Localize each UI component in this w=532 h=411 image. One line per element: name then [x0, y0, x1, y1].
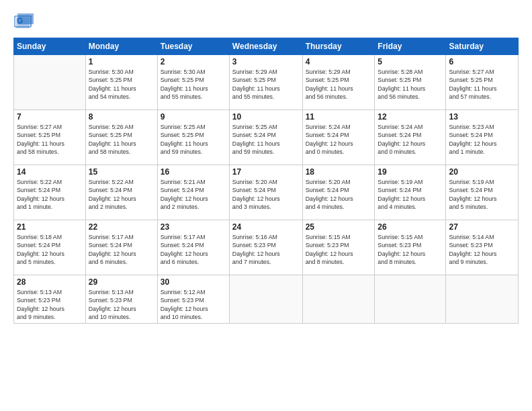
day-info: Sunrise: 5:15 AMSunset: 5:23 PMDaylight:… [378, 233, 443, 266]
weekday-header: Friday [375, 38, 446, 55]
day-number: 11 [306, 112, 372, 122]
calendar-day-cell: 3Sunrise: 5:29 AMSunset: 5:25 PMDaylight… [229, 55, 302, 110]
day-number: 24 [232, 222, 300, 232]
calendar-day-cell: 13Sunrise: 5:23 AMSunset: 5:24 PMDayligh… [446, 110, 519, 165]
day-number: 21 [17, 222, 83, 232]
calendar-day-cell: 9Sunrise: 5:25 AMSunset: 5:25 PMDaylight… [157, 110, 229, 165]
calendar-day-cell: 4Sunrise: 5:29 AMSunset: 5:25 PMDaylight… [302, 55, 375, 110]
day-number: 8 [89, 112, 154, 122]
calendar-day-cell [375, 275, 446, 324]
day-number: 23 [161, 222, 226, 232]
calendar-week-row: 28Sunrise: 5:13 AMSunset: 5:23 PMDayligh… [14, 275, 519, 324]
calendar-day-cell: 7Sunrise: 5:27 AMSunset: 5:25 PMDaylight… [14, 110, 86, 165]
day-number: 25 [306, 222, 372, 232]
day-info: Sunrise: 5:29 AMSunset: 5:25 PMDaylight:… [232, 68, 300, 101]
day-info: Sunrise: 5:25 AMSunset: 5:25 PMDaylight:… [161, 123, 226, 156]
weekday-header: Saturday [446, 38, 519, 55]
calendar-week-row: 7Sunrise: 5:27 AMSunset: 5:25 PMDaylight… [14, 110, 519, 165]
calendar-day-cell: 1Sunrise: 5:30 AMSunset: 5:25 PMDaylight… [85, 55, 157, 110]
day-info: Sunrise: 5:22 AMSunset: 5:24 PMDaylight:… [89, 178, 154, 211]
day-number: 2 [161, 57, 226, 66]
calendar-day-cell: 20Sunrise: 5:19 AMSunset: 5:24 PMDayligh… [446, 165, 519, 220]
calendar-day-cell: 11Sunrise: 5:24 AMSunset: 5:24 PMDayligh… [302, 110, 375, 165]
calendar-header-row: SundayMondayTuesdayWednesdayThursdayFrid… [14, 38, 519, 55]
day-info: Sunrise: 5:27 AMSunset: 5:25 PMDaylight:… [449, 68, 515, 101]
weekday-header: Tuesday [157, 38, 229, 55]
day-info: Sunrise: 5:15 AMSunset: 5:23 PMDaylight:… [306, 233, 372, 266]
day-number: 1 [89, 57, 154, 66]
day-number: 4 [306, 57, 372, 66]
day-info: Sunrise: 5:17 AMSunset: 5:24 PMDaylight:… [161, 233, 226, 266]
calendar-day-cell: 17Sunrise: 5:20 AMSunset: 5:24 PMDayligh… [229, 165, 302, 220]
calendar-day-cell: 27Sunrise: 5:14 AMSunset: 5:23 PMDayligh… [446, 220, 519, 275]
calendar-day-cell: 30Sunrise: 5:12 AMSunset: 5:23 PMDayligh… [157, 275, 229, 324]
calendar-day-cell: 24Sunrise: 5:16 AMSunset: 5:23 PMDayligh… [229, 220, 302, 275]
day-info: Sunrise: 5:13 AMSunset: 5:23 PMDaylight:… [17, 288, 83, 321]
day-info: Sunrise: 5:13 AMSunset: 5:23 PMDaylight:… [89, 288, 154, 321]
logo: G [13, 12, 38, 31]
calendar-day-cell: 25Sunrise: 5:15 AMSunset: 5:23 PMDayligh… [302, 220, 375, 275]
day-number: 26 [378, 222, 443, 232]
day-info: Sunrise: 5:30 AMSunset: 5:25 PMDaylight:… [89, 68, 154, 101]
day-info: Sunrise: 5:27 AMSunset: 5:25 PMDaylight:… [17, 123, 83, 156]
calendar-day-cell [302, 275, 375, 324]
day-number: 12 [378, 112, 443, 122]
weekday-header: Thursday [302, 38, 375, 55]
calendar-day-cell [14, 55, 86, 110]
calendar-day-cell: 5Sunrise: 5:28 AMSunset: 5:25 PMDaylight… [375, 55, 446, 110]
day-number: 5 [378, 57, 443, 66]
day-info: Sunrise: 5:28 AMSunset: 5:25 PMDaylight:… [378, 68, 443, 101]
day-number: 17 [232, 167, 300, 177]
calendar-table: SundayMondayTuesdayWednesdayThursdayFrid… [13, 38, 519, 324]
day-info: Sunrise: 5:14 AMSunset: 5:23 PMDaylight:… [449, 233, 515, 266]
calendar-day-cell: 2Sunrise: 5:30 AMSunset: 5:25 PMDaylight… [157, 55, 229, 110]
day-info: Sunrise: 5:24 AMSunset: 5:24 PMDaylight:… [378, 123, 443, 156]
day-info: Sunrise: 5:19 AMSunset: 5:24 PMDaylight:… [378, 178, 443, 211]
calendar-day-cell: 8Sunrise: 5:26 AMSunset: 5:25 PMDaylight… [85, 110, 157, 165]
day-number: 22 [89, 222, 154, 232]
calendar-day-cell: 18Sunrise: 5:20 AMSunset: 5:24 PMDayligh… [302, 165, 375, 220]
calendar-day-cell: 12Sunrise: 5:24 AMSunset: 5:24 PMDayligh… [375, 110, 446, 165]
calendar-day-cell: 10Sunrise: 5:25 AMSunset: 5:24 PMDayligh… [229, 110, 302, 165]
day-number: 10 [232, 112, 300, 122]
day-number: 3 [232, 57, 300, 66]
day-info: Sunrise: 5:21 AMSunset: 5:24 PMDaylight:… [161, 178, 226, 211]
svg-text:G: G [17, 16, 23, 26]
day-info: Sunrise: 5:17 AMSunset: 5:24 PMDaylight:… [89, 233, 154, 266]
day-number: 7 [17, 112, 83, 122]
day-info: Sunrise: 5:18 AMSunset: 5:24 PMDaylight:… [17, 233, 83, 266]
weekday-header: Sunday [14, 38, 86, 55]
day-info: Sunrise: 5:24 AMSunset: 5:24 PMDaylight:… [306, 123, 372, 156]
day-number: 14 [17, 167, 83, 177]
day-info: Sunrise: 5:23 AMSunset: 5:24 PMDaylight:… [449, 123, 515, 156]
calendar-day-cell: 22Sunrise: 5:17 AMSunset: 5:24 PMDayligh… [85, 220, 157, 275]
day-info: Sunrise: 5:20 AMSunset: 5:24 PMDaylight:… [306, 178, 372, 211]
calendar-day-cell: 29Sunrise: 5:13 AMSunset: 5:23 PMDayligh… [85, 275, 157, 324]
calendar-day-cell: 6Sunrise: 5:27 AMSunset: 5:25 PMDaylight… [446, 55, 519, 110]
calendar-week-row: 21Sunrise: 5:18 AMSunset: 5:24 PMDayligh… [14, 220, 519, 275]
calendar-day-cell: 19Sunrise: 5:19 AMSunset: 5:24 PMDayligh… [375, 165, 446, 220]
day-info: Sunrise: 5:20 AMSunset: 5:24 PMDaylight:… [232, 178, 300, 211]
page: G SundayMondayTuesdayWednesdayThursdayFr… [0, 0, 532, 411]
day-number: 13 [449, 112, 515, 122]
calendar-day-cell: 23Sunrise: 5:17 AMSunset: 5:24 PMDayligh… [157, 220, 229, 275]
calendar-day-cell: 28Sunrise: 5:13 AMSunset: 5:23 PMDayligh… [14, 275, 86, 324]
day-info: Sunrise: 5:22 AMSunset: 5:24 PMDaylight:… [17, 178, 83, 211]
day-info: Sunrise: 5:25 AMSunset: 5:24 PMDaylight:… [232, 123, 300, 156]
weekday-header: Wednesday [229, 38, 302, 55]
calendar-day-cell: 14Sunrise: 5:22 AMSunset: 5:24 PMDayligh… [14, 165, 86, 220]
day-info: Sunrise: 5:26 AMSunset: 5:25 PMDaylight:… [89, 123, 154, 156]
calendar-day-cell: 26Sunrise: 5:15 AMSunset: 5:23 PMDayligh… [375, 220, 446, 275]
calendar-day-cell: 16Sunrise: 5:21 AMSunset: 5:24 PMDayligh… [157, 165, 229, 220]
calendar-day-cell: 15Sunrise: 5:22 AMSunset: 5:24 PMDayligh… [85, 165, 157, 220]
day-info: Sunrise: 5:16 AMSunset: 5:23 PMDaylight:… [232, 233, 300, 266]
calendar-day-cell [446, 275, 519, 324]
day-number: 15 [89, 167, 154, 177]
day-info: Sunrise: 5:29 AMSunset: 5:25 PMDaylight:… [306, 68, 372, 101]
day-number: 27 [449, 222, 515, 232]
header: G [13, 12, 519, 31]
day-number: 19 [378, 167, 443, 177]
calendar-day-cell: 21Sunrise: 5:18 AMSunset: 5:24 PMDayligh… [14, 220, 86, 275]
day-number: 16 [161, 167, 226, 177]
day-info: Sunrise: 5:12 AMSunset: 5:23 PMDaylight:… [161, 288, 226, 321]
